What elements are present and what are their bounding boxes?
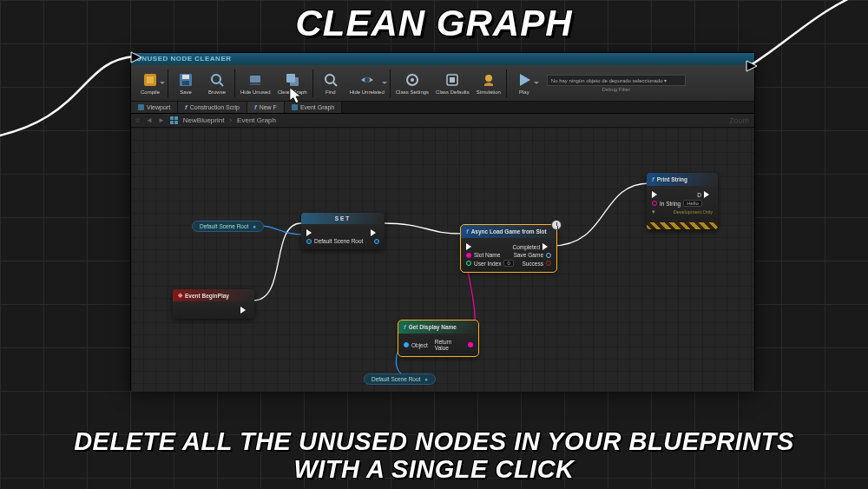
pin-label: User Index (474, 261, 501, 267)
toolbar-label: Class Settings (396, 89, 429, 95)
obj-in-pin[interactable]: Default Scene Root (306, 238, 363, 244)
pin-value[interactable]: 0 (503, 260, 513, 267)
node-print-string[interactable]: f Print String D In String Hello ▾ (647, 173, 718, 229)
crumb-bp[interactable]: NewBlueprint (183, 116, 225, 124)
pin-value[interactable]: Hello (683, 200, 702, 207)
toolbar-label: Compile (141, 89, 160, 95)
svg-rect-17 (450, 77, 455, 83)
tab-construction[interactable]: f Construction Scrip (178, 102, 247, 113)
simulation-button[interactable]: Simulation (473, 69, 504, 96)
svg-point-15 (411, 78, 414, 82)
breadcrumb: ☆ ◄ ► NewBlueprint › Event Graph Zoom (131, 114, 754, 128)
tab-label: Construction Scrip (190, 104, 240, 110)
window-title: UNUSED NODE CLEANER (131, 53, 754, 65)
pin-label: Return Value (435, 339, 465, 351)
pin-label: Success (522, 261, 543, 267)
debug-selector[interactable]: No hay ningún objeto de depurado selecci… (547, 75, 686, 86)
toolbar-label: Hide Unused (240, 89, 271, 95)
favorite-icon[interactable]: ☆ (135, 116, 141, 124)
tab-label: Viewport (147, 104, 170, 110)
crumb-graph[interactable]: Event Graph (237, 116, 276, 124)
pin-label: Completed (513, 244, 540, 250)
find-button[interactable]: Find (315, 69, 346, 96)
settings-icon (404, 71, 421, 89)
hide-unrelated-button[interactable]: Hide Unrelated (346, 69, 388, 96)
compile-icon (141, 71, 159, 89)
tab-label: Event Graph (300, 104, 334, 110)
separator (506, 69, 507, 97)
svg-rect-4 (182, 81, 189, 85)
pin-label: Slot Name (474, 252, 500, 258)
tab-viewport[interactable]: Viewport (131, 102, 178, 113)
class-settings-button[interactable]: Class Settings (392, 69, 432, 96)
marketing-title: CLEAN GRAPH (0, 3, 868, 44)
svg-rect-7 (250, 76, 260, 83)
event-icon: ◈ (178, 292, 182, 299)
exec-in-pin[interactable] (306, 229, 315, 236)
compile-button[interactable]: Compile (135, 69, 166, 96)
defaults-icon (444, 71, 461, 89)
svg-line-6 (220, 83, 223, 86)
marketing-subtitle: DELETE ALL THE UNUSED NODES IN YOUR BLUE… (0, 428, 868, 484)
var-node-default-scene-root[interactable]: Default Scene Root ● (192, 221, 264, 232)
hide-unrelated-icon (358, 71, 376, 89)
exec-out-pin[interactable] (240, 307, 249, 314)
node-title: Async Load Game from Slot (471, 228, 547, 235)
node-label: Default Scene Root (200, 223, 248, 229)
save-button[interactable]: Save (170, 69, 201, 96)
slot-name-pin[interactable]: Slot Name (466, 252, 500, 258)
browse-icon (208, 71, 226, 89)
svg-rect-10 (286, 74, 295, 83)
function-icon: f (185, 103, 187, 111)
function-icon: f (652, 175, 654, 183)
viewport-icon (138, 104, 144, 110)
in-string-pin[interactable]: In String Hello (652, 200, 702, 207)
nav-back[interactable]: ◄ (146, 116, 153, 124)
tab-new-function[interactable]: f New F (247, 102, 285, 113)
dev-only-label: Development Only (674, 209, 713, 215)
completed-pin[interactable]: Completed (513, 243, 551, 250)
hide-unused-button[interactable]: Hide Unused (237, 69, 274, 96)
function-icon: f (404, 323, 406, 331)
toolbar-label: Class Defaults (436, 89, 470, 95)
obj-out-pin[interactable] (374, 239, 379, 244)
hazard-stripe (647, 222, 718, 229)
save-game-pin[interactable]: Save Game (514, 252, 551, 258)
var-node-default-scene-root-2[interactable]: Default Scene Root ● (364, 373, 436, 385)
exec-in-pin[interactable] (466, 243, 475, 250)
object-pin[interactable]: Object (404, 342, 428, 348)
exec-out-pin[interactable]: D (697, 191, 713, 198)
cursor-icon (289, 87, 303, 106)
play-button[interactable]: Play (509, 69, 540, 96)
svg-rect-3 (182, 75, 189, 79)
node-title: SET (301, 213, 385, 224)
user-index-pin[interactable]: User Index 0 (466, 260, 514, 267)
tab-label: New F (260, 104, 277, 110)
separator (168, 69, 168, 97)
return-pin[interactable]: Return Value (435, 339, 473, 351)
zoom-label: Zoom (729, 116, 749, 125)
nav-fwd[interactable]: ► (158, 116, 165, 124)
toolbar-label: Save (180, 89, 192, 95)
graph-canvas[interactable]: Default Scene Root ● ◈ Event BeginPlay S… (131, 128, 754, 392)
browse-button[interactable]: Browse (201, 69, 233, 96)
exec-out-pin[interactable] (371, 229, 379, 236)
success-pin[interactable]: Success (522, 261, 551, 267)
node-async-load-game[interactable]: f Async Load Game from Slot Completed Sl… (461, 225, 556, 272)
expand-pin[interactable]: ▾ (652, 208, 655, 215)
node-set[interactable]: SET Default Scene Root (301, 213, 385, 249)
function-icon: f (466, 228, 469, 235)
node-title: Get Display Name (409, 324, 457, 330)
pin-label: Object (411, 342, 428, 348)
class-defaults-button[interactable]: Class Defaults (432, 69, 473, 96)
svg-point-11 (326, 75, 334, 83)
latent-icon (551, 220, 562, 230)
exec-in-pin[interactable] (652, 191, 661, 198)
svg-point-5 (212, 75, 220, 83)
node-get-display-name[interactable]: f Get Display Name Object Return Value (398, 320, 478, 356)
clean-icon (284, 71, 301, 89)
sim-icon (480, 71, 497, 89)
svg-point-18 (485, 75, 492, 82)
svg-rect-8 (250, 83, 260, 85)
node-event-beginplay[interactable]: ◈ Event BeginPlay (173, 289, 254, 319)
